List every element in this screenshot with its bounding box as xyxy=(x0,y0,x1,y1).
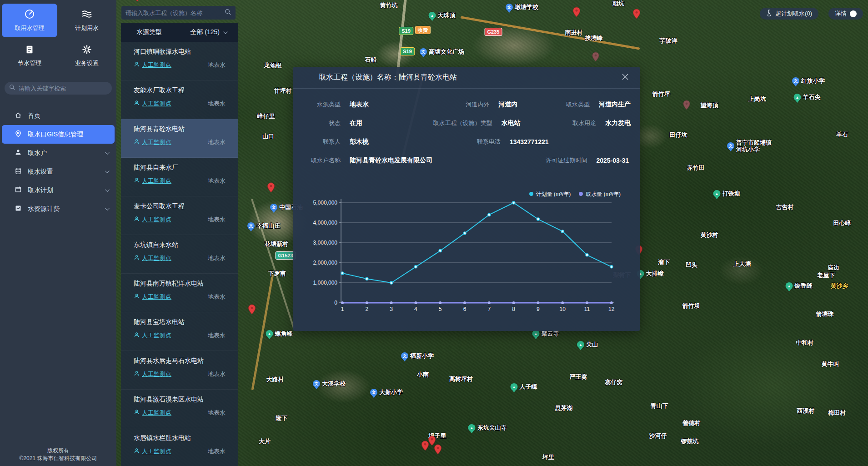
map-label: 下罗甫 xyxy=(268,270,286,278)
station-list-item[interactable]: 陆河县水唇走马石水电站人工监测点地表水 xyxy=(121,351,238,390)
sidebar-item-home[interactable]: 首页 xyxy=(2,106,115,125)
over-plan-alert-button[interactable]: 超计划取水(0) xyxy=(760,8,818,20)
monitor-link[interactable]: 人工监测点 xyxy=(142,409,171,417)
monitor-link[interactable]: 人工监测点 xyxy=(142,61,171,69)
school-marker-icon[interactable]: 文 xyxy=(506,4,513,11)
module-tile-waves[interactable]: 计划用水 xyxy=(59,4,115,37)
sidebar-item-user[interactable]: 取水户 xyxy=(2,144,115,162)
user-icon xyxy=(15,149,22,157)
station-detail-modal: 取水工程（设施）名称：陆河县青砼水电站 水源类型地表水河道内外河道内取水类型河道… xyxy=(293,67,640,331)
monitor-link[interactable]: 人工监测点 xyxy=(142,177,171,185)
water-source-type: 地表水 xyxy=(208,331,226,340)
school-marker-icon[interactable]: 文 xyxy=(401,352,408,360)
map-pin-icon[interactable] xyxy=(572,7,581,19)
module-tile-gear[interactable]: 业务设置 xyxy=(59,39,115,73)
school-marker-icon[interactable]: 文 xyxy=(313,380,320,387)
mountain-marker-icon[interactable]: ▲ xyxy=(786,282,793,290)
station-list-item[interactable]: 陆河县南万镇杞洋水电站人工监测点地表水 xyxy=(121,274,238,312)
station-search-input[interactable] xyxy=(125,10,222,16)
field-value: 2025-03-31 xyxy=(596,157,629,164)
water-source-type: 地表水 xyxy=(208,293,226,301)
module-tile-document[interactable]: 节水管理 xyxy=(2,39,57,73)
map-pin-icon[interactable] xyxy=(632,9,641,21)
filter-dropdown[interactable]: 全部 (125) xyxy=(190,28,226,36)
map-pin-muted-icon[interactable] xyxy=(592,52,600,64)
svg-text:1,000,000: 1,000,000 xyxy=(313,280,338,286)
station-list-item[interactable]: 陆河县自来水厂人工监测点地表水 xyxy=(121,158,238,196)
station-list-item[interactable]: 陆河县激石溪老区水电站人工监测点地表水 xyxy=(121,390,238,428)
sidebar-item-calendar[interactable]: 取水计划 xyxy=(2,181,115,200)
mountain-marker-icon[interactable]: ▲ xyxy=(794,94,801,101)
station-list-item[interactable]: 东坑镇自来水站人工监测点地表水 xyxy=(121,235,238,274)
close-icon[interactable] xyxy=(622,73,629,82)
map-label: 文福新小学 xyxy=(401,352,434,360)
sidebar-item-database[interactable]: 取水设置 xyxy=(2,162,115,181)
water-meter-icon xyxy=(24,9,35,21)
mountain-marker-icon[interactable]: ▲ xyxy=(713,190,721,197)
map-label: 大路村 xyxy=(266,376,284,384)
station-list-item[interactable]: 水唇镇水栏肚水电站人工监测点地表水 xyxy=(121,428,238,466)
sidebar-item-billing[interactable]: 水资源计费 xyxy=(2,200,115,218)
water-source-type: 地表水 xyxy=(208,61,226,69)
map-label: 箭竹坪 xyxy=(652,90,670,98)
mountain-marker-icon[interactable]: ▲ xyxy=(577,341,584,348)
station-name: 陆河县水唇走马石水电站 xyxy=(134,357,226,365)
map-pin-muted-icon[interactable] xyxy=(683,100,691,112)
map-pin-icon[interactable] xyxy=(133,0,141,4)
svg-text:6: 6 xyxy=(463,306,467,312)
toggle-knob-icon[interactable] xyxy=(850,10,857,17)
road-g1523 xyxy=(251,199,295,329)
field: 取水户名称陆河县青砼水电发展有限公司 xyxy=(301,156,420,165)
school-marker-icon[interactable]: 文 xyxy=(727,142,734,150)
station-list-item[interactable]: 陆河县宝塔水电站人工监测点地表水 xyxy=(121,312,238,351)
map-label: 赤竹田 xyxy=(687,164,705,172)
modal-fields: 水源类型地表水河道内外河道内取水类型河道内生产状态在用取水工程（设施）类型水电站… xyxy=(293,89,640,170)
station-search[interactable] xyxy=(121,6,236,20)
mountain-marker-icon[interactable]: ▲ xyxy=(468,424,476,431)
station-list-item[interactable]: 麦卡公司取水工程人工监测点地表水 xyxy=(121,196,238,235)
school-marker-icon[interactable]: 文 xyxy=(247,222,255,230)
svg-text:12: 12 xyxy=(608,306,615,312)
detail-toggle[interactable]: 详情 xyxy=(828,8,863,20)
map-label: 严王窝 xyxy=(570,373,587,381)
station-name: 陆河县自来水厂 xyxy=(134,164,226,172)
school-marker-icon[interactable]: 文 xyxy=(370,389,377,396)
monitor-link[interactable]: 人工监测点 xyxy=(142,215,171,224)
person-icon xyxy=(134,293,140,301)
search-icon[interactable] xyxy=(225,9,231,17)
school-marker-icon[interactable]: 文 xyxy=(270,204,277,211)
map-label: 文红旗小学 xyxy=(792,77,825,85)
school-marker-icon[interactable]: 文 xyxy=(420,48,427,55)
sidebar-search[interactable] xyxy=(5,82,112,95)
sidebar-item-pin[interactable]: 取水口GIS信息管理 xyxy=(2,125,115,144)
map-pin-icon[interactable] xyxy=(267,182,275,195)
station-list-item[interactable]: 陆河县青砼水电站人工监测点地表水 xyxy=(121,119,238,158)
map-pin-icon[interactable] xyxy=(434,444,442,456)
mountain-marker-icon[interactable]: ▲ xyxy=(429,12,436,19)
tile-label: 计划用水 xyxy=(75,24,99,32)
monitor-link[interactable]: 人工监测点 xyxy=(142,293,171,301)
station-list-item[interactable]: 友能水厂取水工程人工监测点地表水 xyxy=(121,80,238,119)
mountain-marker-icon[interactable]: ▲ xyxy=(511,383,518,391)
field: 取水用途水力发电 xyxy=(551,119,631,127)
module-tile-water-meter[interactable]: 取用水管理 xyxy=(2,4,57,37)
map-label: 文墩塘学校 xyxy=(506,3,538,11)
monitor-link[interactable]: 人工监测点 xyxy=(142,100,171,108)
school-marker-icon[interactable]: 文 xyxy=(792,77,799,85)
monitor-link[interactable]: 人工监测点 xyxy=(142,447,171,456)
road-badge: 收费 xyxy=(415,26,431,34)
station-list-item[interactable]: 河口镇唱歌潭水电站人工监测点地表水 xyxy=(121,42,238,80)
map-label: 上岗坑 xyxy=(748,95,766,103)
monitor-link[interactable]: 人工监测点 xyxy=(142,370,171,378)
monitor-link[interactable]: 人工监测点 xyxy=(142,331,171,340)
map-pin-icon[interactable] xyxy=(248,304,256,316)
sidebar-search-input[interactable] xyxy=(19,85,107,92)
field-value: 河道内生产 xyxy=(599,100,631,109)
monitor-link[interactable]: 人工监测点 xyxy=(142,138,171,146)
mountain-marker-icon[interactable]: ▲ xyxy=(532,330,540,337)
map-label: 黄沙村 xyxy=(701,231,718,239)
monitor-link[interactable]: 人工监测点 xyxy=(142,254,171,262)
mountain-marker-icon[interactable]: ▲ xyxy=(266,330,273,337)
station-name: 陆河县青砼水电站 xyxy=(134,125,226,133)
map-label: 思茅湖 xyxy=(555,404,573,412)
